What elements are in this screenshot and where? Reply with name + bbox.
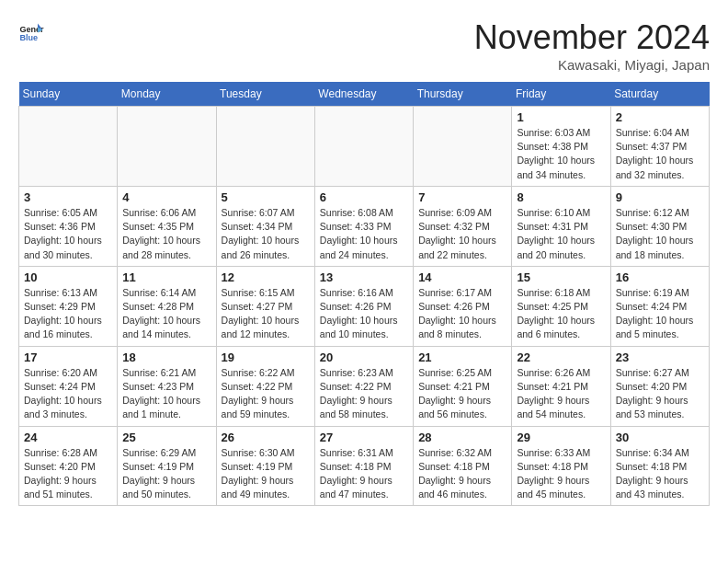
day-info: Sunrise: 6:26 AM Sunset: 4:21 PM Dayligh… <box>517 366 605 422</box>
day-info: Sunrise: 6:20 AM Sunset: 4:24 PM Dayligh… <box>24 366 112 422</box>
day-number: 20 <box>320 350 408 364</box>
header-wednesday: Wednesday <box>314 82 413 107</box>
table-row: 10Sunrise: 6:13 AM Sunset: 4:29 PM Dayli… <box>19 266 118 346</box>
day-number: 2 <box>616 110 704 124</box>
table-row: 3Sunrise: 6:05 AM Sunset: 4:36 PM Daylig… <box>19 186 118 266</box>
calendar-week-row: 10Sunrise: 6:13 AM Sunset: 4:29 PM Dayli… <box>19 266 710 346</box>
table-row <box>216 107 314 187</box>
table-row: 9Sunrise: 6:12 AM Sunset: 4:30 PM Daylig… <box>610 186 709 266</box>
day-number: 28 <box>418 431 506 444</box>
day-info: Sunrise: 6:10 AM Sunset: 4:31 PM Dayligh… <box>517 206 605 262</box>
day-number: 3 <box>24 190 112 204</box>
day-info: Sunrise: 6:19 AM Sunset: 4:24 PM Dayligh… <box>616 286 704 342</box>
day-number: 21 <box>418 350 506 364</box>
logo-icon: General Blue <box>18 18 44 44</box>
day-info: Sunrise: 6:09 AM Sunset: 4:32 PM Dayligh… <box>418 206 506 262</box>
day-info: Sunrise: 6:12 AM Sunset: 4:30 PM Dayligh… <box>616 206 704 262</box>
day-number: 1 <box>517 110 605 124</box>
table-row: 30Sunrise: 6:34 AM Sunset: 4:18 PM Dayli… <box>610 426 709 506</box>
day-info: Sunrise: 6:28 AM Sunset: 4:20 PM Dayligh… <box>24 446 112 502</box>
day-info: Sunrise: 6:15 AM Sunset: 4:27 PM Dayligh… <box>222 286 310 342</box>
table-row <box>118 107 216 187</box>
table-row: 13Sunrise: 6:16 AM Sunset: 4:26 PM Dayli… <box>314 266 413 346</box>
table-row <box>314 107 413 187</box>
table-row: 23Sunrise: 6:27 AM Sunset: 4:20 PM Dayli… <box>610 346 709 426</box>
day-info: Sunrise: 6:25 AM Sunset: 4:21 PM Dayligh… <box>418 366 506 422</box>
table-row: 12Sunrise: 6:15 AM Sunset: 4:27 PM Dayli… <box>216 266 314 346</box>
day-info: Sunrise: 6:32 AM Sunset: 4:18 PM Dayligh… <box>418 446 506 502</box>
table-row: 21Sunrise: 6:25 AM Sunset: 4:21 PM Dayli… <box>414 346 512 426</box>
calendar-week-row: 3Sunrise: 6:05 AM Sunset: 4:36 PM Daylig… <box>19 186 710 266</box>
day-info: Sunrise: 6:16 AM Sunset: 4:26 PM Dayligh… <box>320 286 408 342</box>
day-info: Sunrise: 6:03 AM Sunset: 4:38 PM Dayligh… <box>517 126 605 182</box>
table-row: 2Sunrise: 6:04 AM Sunset: 4:37 PM Daylig… <box>610 107 709 187</box>
day-number: 14 <box>418 270 506 284</box>
month-title: November 2024 <box>474 18 710 57</box>
day-number: 30 <box>616 431 704 444</box>
day-info: Sunrise: 6:34 AM Sunset: 4:18 PM Dayligh… <box>616 446 704 502</box>
day-info: Sunrise: 6:29 AM Sunset: 4:19 PM Dayligh… <box>122 446 210 502</box>
calendar-week-row: 24Sunrise: 6:28 AM Sunset: 4:20 PM Dayli… <box>19 426 710 506</box>
day-number: 13 <box>320 270 408 284</box>
calendar-week-row: 1Sunrise: 6:03 AM Sunset: 4:38 PM Daylig… <box>19 107 710 187</box>
table-row: 18Sunrise: 6:21 AM Sunset: 4:23 PM Dayli… <box>118 346 216 426</box>
calendar-week-row: 17Sunrise: 6:20 AM Sunset: 4:24 PM Dayli… <box>19 346 710 426</box>
calendar-header-row: Sunday Monday Tuesday Wednesday Thursday… <box>19 82 710 107</box>
header-sunday: Sunday <box>19 82 118 107</box>
day-number: 12 <box>222 270 310 284</box>
day-number: 8 <box>517 190 605 204</box>
day-info: Sunrise: 6:33 AM Sunset: 4:18 PM Dayligh… <box>517 446 605 502</box>
day-info: Sunrise: 6:17 AM Sunset: 4:26 PM Dayligh… <box>418 286 506 342</box>
table-row: 7Sunrise: 6:09 AM Sunset: 4:32 PM Daylig… <box>414 186 512 266</box>
day-number: 5 <box>222 190 310 204</box>
table-row: 26Sunrise: 6:30 AM Sunset: 4:19 PM Dayli… <box>216 426 314 506</box>
table-row: 28Sunrise: 6:32 AM Sunset: 4:18 PM Dayli… <box>414 426 512 506</box>
day-number: 18 <box>122 350 210 364</box>
page-header: General Blue November 2024 Kawasaki, Miy… <box>18 18 710 73</box>
table-row: 20Sunrise: 6:23 AM Sunset: 4:22 PM Dayli… <box>314 346 413 426</box>
day-number: 10 <box>24 270 112 284</box>
day-info: Sunrise: 6:07 AM Sunset: 4:34 PM Dayligh… <box>222 206 310 262</box>
table-row: 1Sunrise: 6:03 AM Sunset: 4:38 PM Daylig… <box>512 107 610 187</box>
header-friday: Friday <box>512 82 610 107</box>
table-row: 6Sunrise: 6:08 AM Sunset: 4:33 PM Daylig… <box>314 186 413 266</box>
day-number: 25 <box>122 431 210 444</box>
day-number: 26 <box>222 431 310 444</box>
table-row: 5Sunrise: 6:07 AM Sunset: 4:34 PM Daylig… <box>216 186 314 266</box>
table-row: 16Sunrise: 6:19 AM Sunset: 4:24 PM Dayli… <box>610 266 709 346</box>
table-row: 19Sunrise: 6:22 AM Sunset: 4:22 PM Dayli… <box>216 346 314 426</box>
table-row: 24Sunrise: 6:28 AM Sunset: 4:20 PM Dayli… <box>19 426 118 506</box>
day-info: Sunrise: 6:18 AM Sunset: 4:25 PM Dayligh… <box>517 286 605 342</box>
table-row: 25Sunrise: 6:29 AM Sunset: 4:19 PM Dayli… <box>118 426 216 506</box>
day-number: 7 <box>418 190 506 204</box>
day-number: 15 <box>517 270 605 284</box>
table-row: 22Sunrise: 6:26 AM Sunset: 4:21 PM Dayli… <box>512 346 610 426</box>
table-row: 17Sunrise: 6:20 AM Sunset: 4:24 PM Dayli… <box>19 346 118 426</box>
table-row: 14Sunrise: 6:17 AM Sunset: 4:26 PM Dayli… <box>414 266 512 346</box>
day-info: Sunrise: 6:23 AM Sunset: 4:22 PM Dayligh… <box>320 366 408 422</box>
table-row: 4Sunrise: 6:06 AM Sunset: 4:35 PM Daylig… <box>118 186 216 266</box>
title-block: November 2024 Kawasaki, Miyagi, Japan <box>474 18 710 73</box>
svg-text:Blue: Blue <box>19 33 38 42</box>
header-saturday: Saturday <box>610 82 709 107</box>
table-row: 15Sunrise: 6:18 AM Sunset: 4:25 PM Dayli… <box>512 266 610 346</box>
day-info: Sunrise: 6:31 AM Sunset: 4:18 PM Dayligh… <box>320 446 408 502</box>
day-number: 4 <box>122 190 210 204</box>
day-info: Sunrise: 6:22 AM Sunset: 4:22 PM Dayligh… <box>222 366 310 422</box>
day-info: Sunrise: 6:27 AM Sunset: 4:20 PM Dayligh… <box>616 366 704 422</box>
logo: General Blue <box>18 18 44 44</box>
header-tuesday: Tuesday <box>216 82 314 107</box>
day-info: Sunrise: 6:05 AM Sunset: 4:36 PM Dayligh… <box>24 206 112 262</box>
day-number: 19 <box>222 350 310 364</box>
table-row: 8Sunrise: 6:10 AM Sunset: 4:31 PM Daylig… <box>512 186 610 266</box>
day-number: 29 <box>517 431 605 444</box>
table-row: 29Sunrise: 6:33 AM Sunset: 4:18 PM Dayli… <box>512 426 610 506</box>
day-info: Sunrise: 6:06 AM Sunset: 4:35 PM Dayligh… <box>122 206 210 262</box>
header-monday: Monday <box>118 82 216 107</box>
day-number: 11 <box>122 270 210 284</box>
calendar-table: Sunday Monday Tuesday Wednesday Thursday… <box>18 82 710 506</box>
day-number: 24 <box>24 431 112 444</box>
day-info: Sunrise: 6:14 AM Sunset: 4:28 PM Dayligh… <box>122 286 210 342</box>
table-row <box>414 107 512 187</box>
day-info: Sunrise: 6:21 AM Sunset: 4:23 PM Dayligh… <box>122 366 210 422</box>
